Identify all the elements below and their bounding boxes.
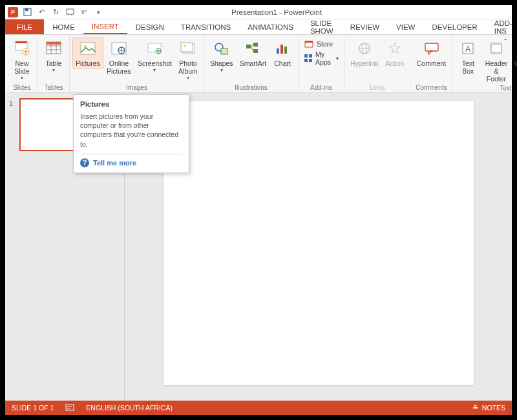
photo-album-button[interactable]: Photo Album ▾: [175, 37, 201, 82]
tooltip-help-link[interactable]: ? Tell me more: [80, 158, 182, 167]
ribbon-tabs: FILE HOME INSERT DESIGN TRANSITIONS ANIM…: [5, 19, 512, 35]
comment-icon: [422, 39, 441, 58]
hyperlink-button[interactable]: Hyperlink: [347, 37, 382, 68]
tab-design[interactable]: DESIGN: [127, 19, 173, 34]
status-bar: SLIDE 1 OF 1 ENGLISH (SOUTH AFRICA) ≛ NO…: [5, 401, 512, 415]
svg-marker-50: [428, 51, 432, 54]
svg-rect-40: [305, 41, 313, 43]
tab-home[interactable]: HOME: [44, 19, 83, 34]
dropdown-icon: ▾: [153, 67, 156, 73]
new-slide-button[interactable]: New Slide ▾: [9, 37, 35, 82]
ribbon-collapse-icon[interactable]: ⌃: [503, 37, 508, 45]
comment-button[interactable]: Comment: [414, 37, 450, 68]
smartart-icon: [243, 39, 262, 58]
svg-point-28: [184, 45, 186, 47]
tab-developer[interactable]: DEVELOPER: [423, 19, 485, 34]
tab-insert[interactable]: INSERT: [83, 19, 127, 34]
save-icon[interactable]: [22, 7, 32, 17]
store-icon: [304, 39, 314, 49]
dropdown-icon: ▾: [187, 75, 189, 81]
notes-button[interactable]: NOTES: [482, 404, 505, 412]
table-label: Table: [45, 59, 61, 67]
tab-view[interactable]: VIEW: [388, 19, 423, 34]
tab-slideshow[interactable]: SLIDE SHOW: [302, 19, 342, 34]
tooltip-separator: [80, 154, 182, 154]
tab-animations[interactable]: ANIMATIONS: [239, 19, 302, 34]
svg-line-34: [251, 45, 253, 47]
group-label: Illustrations: [235, 83, 268, 92]
header-footer-label: Header & Footer: [484, 59, 508, 83]
svg-rect-54: [491, 43, 501, 45]
svg-marker-48: [389, 43, 401, 54]
apps-icon: [304, 53, 313, 63]
start-slideshow-icon[interactable]: [65, 7, 75, 17]
svg-rect-6: [16, 41, 27, 43]
tab-transitions[interactable]: TRANSITIONS: [173, 19, 239, 34]
undo-icon[interactable]: ↶: [36, 7, 47, 17]
new-slide-label: New Slide: [14, 59, 29, 75]
redo-icon[interactable]: ↻: [50, 7, 61, 17]
ribbon-group-text: A Text Box Header & Footer A WordArt ▾ #: [452, 36, 517, 92]
dropdown-icon: ▾: [220, 67, 223, 73]
svg-rect-1: [25, 8, 28, 11]
online-pictures-icon: [109, 39, 129, 58]
ribbon-group-tables: Table ▾ Tables: [38, 36, 70, 92]
svg-rect-33: [253, 49, 258, 53]
svg-rect-38: [284, 47, 287, 54]
photo-album-icon: [178, 39, 198, 58]
slide-canvas[interactable]: [164, 101, 474, 385]
text-box-icon: A: [458, 39, 478, 58]
smartart-button[interactable]: SmartArt: [237, 37, 269, 68]
tooltip-link-label: Tell me more: [93, 159, 136, 167]
spellcheck-icon[interactable]: [65, 404, 74, 412]
dropdown-icon: ▾: [336, 56, 339, 61]
action-button[interactable]: Action: [382, 37, 408, 68]
text-box-label: Text Box: [462, 59, 474, 75]
smartart-label: SmartArt: [240, 59, 266, 67]
powerpoint-window: P ↶ ↻ x² ▾ Presentation1 - PowerPoint FI…: [5, 5, 512, 415]
chart-icon: [273, 39, 292, 58]
shapes-button[interactable]: Shapes ▾: [207, 37, 237, 74]
svg-rect-36: [277, 48, 279, 54]
title-bar: P ↶ ↻ x² ▾ Presentation1 - PowerPoint: [5, 5, 512, 19]
ribbon-group-comments: Comment Comments: [411, 36, 453, 92]
hyperlink-label: Hyperlink: [350, 59, 379, 67]
svg-rect-41: [304, 54, 308, 58]
table-button[interactable]: Table ▾: [41, 37, 67, 74]
slide-number: 1: [9, 98, 16, 151]
photo-album-label: Photo Album: [178, 59, 198, 75]
store-button[interactable]: Store: [304, 39, 339, 49]
superscript-icon[interactable]: x²: [79, 7, 89, 17]
dropdown-icon: ▾: [52, 67, 55, 73]
online-pictures-button[interactable]: Online Pictures: [103, 37, 134, 76]
tab-addins[interactable]: ADD-INS: [486, 19, 517, 34]
svg-rect-49: [425, 43, 438, 51]
slide-count[interactable]: SLIDE 1 OF 1: [12, 404, 54, 412]
tab-review[interactable]: REVIEW: [342, 19, 388, 34]
tooltip-body: Insert pictures from your computer or fr…: [80, 112, 182, 149]
group-label: Slides: [13, 83, 30, 92]
wordart-button[interactable]: A WordArt ▾: [512, 37, 517, 74]
svg-rect-15: [47, 42, 61, 45]
chart-button[interactable]: Chart: [269, 37, 295, 68]
svg-rect-31: [246, 45, 251, 48]
screenshot-icon: [145, 39, 164, 58]
pictures-label: Pictures: [76, 59, 100, 67]
group-label: Images: [126, 83, 147, 92]
pictures-button[interactable]: Pictures: [72, 37, 103, 68]
svg-rect-2: [67, 9, 74, 14]
new-slide-icon: [12, 39, 32, 58]
text-box-button[interactable]: A Text Box: [455, 37, 481, 76]
svg-rect-27: [181, 43, 193, 52]
language-status[interactable]: ENGLISH (SOUTH AFRICA): [86, 404, 173, 412]
screenshot-button[interactable]: Screenshot ▾: [134, 37, 175, 74]
ribbon: ⌃ New Slide ▾ Slides Table ▾ Tables: [5, 35, 512, 93]
ribbon-group-links: Hyperlink Action Links: [344, 36, 411, 92]
qat-customize-icon[interactable]: ▾: [93, 7, 103, 17]
svg-rect-16: [81, 43, 95, 54]
chart-label: Chart: [274, 59, 291, 67]
my-apps-button[interactable]: My Apps ▾: [304, 50, 339, 66]
svg-rect-42: [309, 54, 312, 58]
tab-file[interactable]: FILE: [5, 19, 44, 34]
svg-text:A: A: [465, 45, 470, 54]
